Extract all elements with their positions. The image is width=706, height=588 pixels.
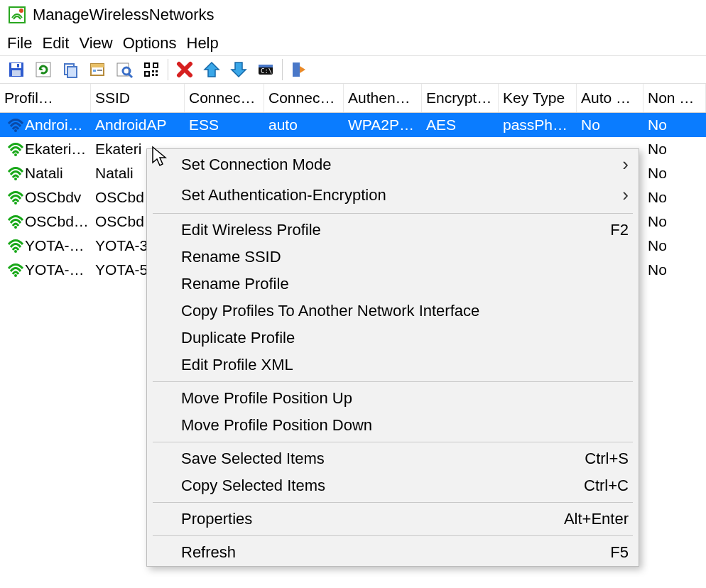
context-menu-shortcut: F2 <box>610 221 629 239</box>
properties-icon[interactable] <box>85 58 109 82</box>
context-menu-item[interactable]: Copy Selected ItemsCtrl+C <box>147 472 639 499</box>
toolbar-separator <box>168 59 168 80</box>
context-menu-label: Edit Wireless Profile <box>181 221 321 239</box>
svg-point-33 <box>14 202 17 205</box>
down-arrow-icon[interactable] <box>227 58 251 82</box>
col-nonb[interactable]: Non B… <box>643 84 706 112</box>
find-icon[interactable] <box>112 58 136 82</box>
svg-rect-19 <box>146 64 148 67</box>
menu-edit[interactable]: Edit <box>42 34 69 53</box>
cell: OSCbd… <box>0 210 91 233</box>
context-menu-label: Rename Profile <box>181 275 289 293</box>
toolbar: C:\ <box>0 55 706 84</box>
context-menu-label: Rename SSID <box>181 248 281 266</box>
delete-icon[interactable] <box>173 58 197 82</box>
wifi-icon <box>6 214 25 229</box>
context-menu-label: Copy Profiles To Another Network Interfa… <box>181 302 479 320</box>
cell: YOTA-… <box>0 234 91 257</box>
wifi-icon <box>6 141 25 157</box>
menu-help[interactable]: Help <box>187 34 219 53</box>
cell: OSCbdv <box>0 186 91 209</box>
wifi-icon <box>6 262 25 278</box>
menu-options[interactable]: Options <box>123 34 177 53</box>
svg-rect-4 <box>12 70 21 76</box>
context-menu-item[interactable]: Edit Profile XML <box>147 352 639 379</box>
cell: No <box>643 114 706 136</box>
context-menu-item[interactable]: RefreshF5 <box>147 539 639 566</box>
cell-text: Ekateri… <box>25 141 86 158</box>
exit-icon[interactable] <box>287 58 311 82</box>
command-icon[interactable]: C:\ <box>254 58 278 82</box>
context-menu-item[interactable]: Rename SSID <box>147 244 639 271</box>
cell: No <box>577 114 643 136</box>
context-menu-item[interactable]: Copy Profiles To Another Network Interfa… <box>147 298 639 325</box>
context-menu-label: Refresh <box>181 543 236 562</box>
context-menu-shortcut: Ctrl+C <box>584 477 629 495</box>
context-menu-label: Move Profile Position Up <box>181 389 352 408</box>
svg-rect-20 <box>154 64 157 67</box>
cell-text: YOTA-… <box>25 237 85 254</box>
save-icon[interactable] <box>4 58 28 82</box>
svg-point-1 <box>19 9 23 13</box>
svg-point-31 <box>14 153 17 156</box>
copy-icon[interactable] <box>58 58 82 82</box>
context-menu-item[interactable]: Duplicate Profile <box>147 325 639 352</box>
wifi-icon <box>6 190 25 205</box>
svg-point-34 <box>14 226 17 229</box>
context-menu-item[interactable]: Edit Wireless ProfileF2 <box>147 217 639 244</box>
context-menu-label: Duplicate Profile <box>181 329 295 347</box>
col-autos[interactable]: Auto S… <box>577 84 643 112</box>
context-menu-item[interactable]: Move Profile Position Up <box>147 385 639 412</box>
context-menu-shortcut: F5 <box>610 543 629 562</box>
svg-rect-29 <box>293 62 300 77</box>
context-menu-separator <box>153 502 633 503</box>
menu-bar: File Edit View Options Help <box>0 30 706 55</box>
cell: Natali <box>0 162 91 185</box>
context-menu-separator <box>153 381 633 382</box>
context-menu-label: Set Connection Mode <box>181 156 332 174</box>
context-menu-item[interactable]: Move Profile Position Down <box>147 412 639 439</box>
wifi-icon <box>6 238 25 254</box>
cell: ESS <box>185 114 264 136</box>
refresh-icon[interactable] <box>31 58 55 82</box>
context-menu-item[interactable]: Save Selected ItemsCtrl+S <box>147 445 639 472</box>
context-menu-label: Properties <box>181 510 252 528</box>
context-menu-item[interactable]: Set Authentication-Encryption <box>147 180 639 210</box>
context-menu-item[interactable]: Set Connection Mode <box>147 149 639 180</box>
app-icon <box>9 6 26 23</box>
context-menu-label: Save Selected Items <box>181 450 325 468</box>
context-menu-separator <box>153 442 633 442</box>
cell: Ekateri… <box>0 138 91 160</box>
cell-text: Androi… <box>25 116 83 134</box>
context-menu-item[interactable]: PropertiesAlt+Enter <box>147 506 639 533</box>
svg-rect-23 <box>156 70 158 72</box>
qr-icon[interactable] <box>139 58 163 82</box>
svg-point-32 <box>14 178 17 180</box>
table-row[interactable]: Androi…AndroidAPESSautoWPA2P…AESpassPhr…… <box>0 113 706 137</box>
context-menu-label: Copy Selected Items <box>181 477 325 495</box>
col-connect2[interactable]: Connec… <box>264 84 344 112</box>
context-menu-item[interactable]: Rename Profile <box>147 271 639 298</box>
col-ssid[interactable]: SSID <box>91 84 185 112</box>
col-connect1[interactable]: Connec… <box>185 84 264 112</box>
svg-point-35 <box>14 250 17 253</box>
cell-text: Natali <box>25 165 63 182</box>
wifi-icon <box>6 165 25 181</box>
svg-rect-12 <box>97 70 102 71</box>
cell: No <box>643 138 706 160</box>
col-encrypt[interactable]: Encrypt… <box>422 84 499 112</box>
svg-rect-3 <box>11 63 21 68</box>
col-keytype[interactable]: Key Type <box>499 84 577 112</box>
svg-rect-11 <box>93 70 96 72</box>
menu-file[interactable]: File <box>7 34 32 53</box>
up-arrow-icon[interactable] <box>200 58 224 82</box>
col-authen[interactable]: Authen… <box>344 84 422 112</box>
cell-text: YOTA-… <box>25 261 85 278</box>
svg-rect-22 <box>152 70 154 72</box>
col-profile[interactable]: Profil… <box>0 84 91 112</box>
window-title: ManageWirelessNetworks <box>33 6 214 24</box>
menu-view[interactable]: View <box>79 34 112 53</box>
cell: No <box>643 234 706 257</box>
svg-rect-5 <box>17 64 19 67</box>
svg-line-15 <box>129 74 132 77</box>
